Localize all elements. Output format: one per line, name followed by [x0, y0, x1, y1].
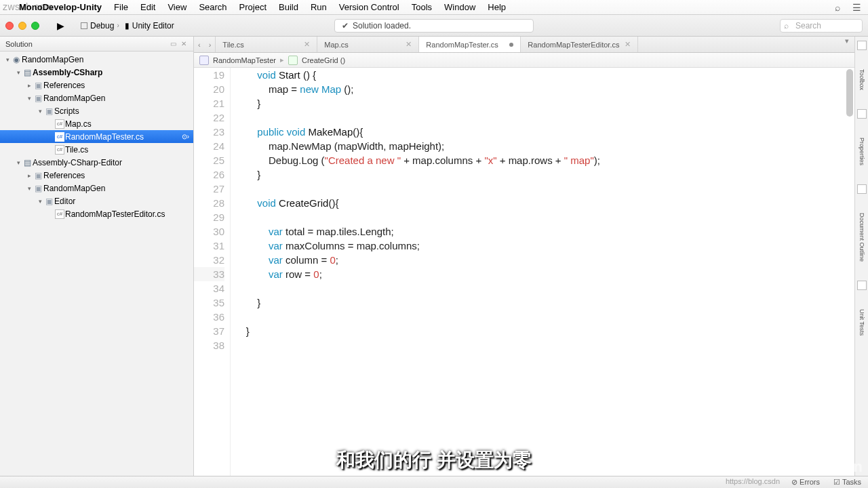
tree-item[interactable]: c#RandomMapTester.cs⊙›	[0, 130, 193, 143]
watermark-url: https://blog.csdn	[726, 477, 780, 485]
panel-controls[interactable]: ▭ ✕	[170, 40, 188, 47]
tasks-button[interactable]: ☑ Tasks	[833, 478, 861, 487]
debug-config[interactable]: Debug › ▮ Unity Editor	[75, 20, 180, 32]
rail-properties[interactable]: Properties	[859, 138, 865, 165]
tree-label: Editor	[54, 197, 75, 206]
tree-label: RandomMapGen	[43, 184, 105, 193]
menu-file[interactable]: File	[114, 2, 128, 12]
cs-icon: c#	[54, 132, 65, 142]
check-icon: ✔	[342, 21, 349, 30]
spotlight-icon[interactable]: ⌕	[835, 2, 840, 13]
rail-toolbox[interactable]: Toolbox	[859, 69, 865, 90]
tree-item[interactable]: ▾▤Assembly-CSharp-Editor	[0, 156, 193, 169]
status-pill: ✔ Solution loaded.	[334, 19, 534, 33]
rail-icon	[857, 184, 867, 194]
cs-icon: c#	[54, 119, 65, 129]
tree-label: Map.cs	[65, 119, 92, 129]
code-editor[interactable]: 1920212223242526272829303132333435363738…	[194, 68, 854, 476]
tree-label: RandomMapTesterEditor.cs	[65, 209, 165, 219]
close-icon[interactable]	[5, 22, 14, 30]
folder-icon: ▣	[33, 81, 43, 90]
project-icon: ▤	[22, 68, 33, 77]
rail-document-outline[interactable]: Document Outline	[859, 213, 865, 262]
minimize-icon[interactable]	[18, 22, 26, 30]
tree-label: Assembly-CSharp-Editor	[33, 158, 122, 167]
tree-label: Tile.cs	[65, 145, 88, 155]
menu-version-control[interactable]: Version Control	[339, 2, 399, 12]
tab-dropdown-icon[interactable]: ▾	[840, 37, 854, 52]
tree-label: Scripts	[54, 106, 79, 116]
tab[interactable]: Map.cs✕	[317, 37, 419, 52]
tab[interactable]: RandomMapTesterEditor.cs✕	[521, 37, 638, 52]
tree-label: References	[43, 171, 85, 180]
system-menubar: MonoDevelop-Unity FileEditViewSearchProj…	[0, 0, 868, 15]
menu-search[interactable]: Search	[199, 2, 226, 12]
class-icon	[199, 56, 209, 65]
tree-item[interactable]: ▸▣References	[0, 79, 193, 92]
cs-icon: c#	[54, 145, 65, 155]
menu-run[interactable]: Run	[311, 2, 327, 12]
tree-item[interactable]: ▾▣Scripts	[0, 104, 193, 117]
tree-item[interactable]: c#Tile.cs	[0, 143, 193, 156]
list-icon[interactable]: ☰	[852, 2, 861, 13]
menu-edit[interactable]: Edit	[140, 2, 155, 12]
menu-view[interactable]: View	[167, 2, 186, 12]
menu-window[interactable]: Window	[444, 2, 475, 12]
right-rail: ToolboxPropertiesDocument OutlineUnit Te…	[854, 37, 868, 476]
tab-bar: ‹› Tile.cs✕Map.cs✕RandomMapTester.csRand…	[194, 37, 854, 53]
solution-tree[interactable]: ▾◉RandomMapGen▾▤Assembly-CSharp▸▣Referen…	[0, 52, 193, 222]
menu-help[interactable]: Help	[488, 2, 506, 12]
project-icon: ▤	[22, 158, 33, 167]
window-controls[interactable]	[5, 22, 39, 30]
folder-icon: ▣	[33, 184, 43, 193]
solution-icon: ◉	[11, 55, 22, 64]
tree-item[interactable]: ▾◉RandomMapGen	[0, 53, 193, 66]
app-title: MonoDevelop-Unity	[19, 2, 102, 12]
folder-icon: ▣	[43, 197, 54, 206]
close-icon[interactable]: ✕	[406, 40, 412, 49]
menu-build[interactable]: Build	[279, 2, 298, 12]
tree-item[interactable]: c#RandomMapTesterEditor.cs	[0, 207, 193, 220]
rail-icon	[857, 109, 867, 119]
rail-unit-tests[interactable]: Unit Tests	[859, 309, 865, 336]
cs-icon: c#	[54, 209, 65, 219]
folder-icon: ▣	[33, 94, 43, 103]
tree-item[interactable]: ▾▣RandomMapGen	[0, 182, 193, 195]
rail-icon	[857, 41, 867, 50]
tab[interactable]: Tile.cs✕	[216, 37, 317, 52]
tab[interactable]: RandomMapTester.cs	[419, 37, 521, 52]
search-icon: ⌕	[784, 21, 789, 30]
breadcrumb[interactable]: RandomMapTester ▸ CreateGrid ()	[194, 53, 854, 68]
menu-project[interactable]: Project	[239, 2, 267, 12]
app-toolbar: ▶ Debug › ▮ Unity Editor ✔ Solution load…	[0, 15, 868, 37]
method-icon	[288, 56, 298, 65]
tree-label: RandomMapGen	[43, 94, 105, 103]
tree-item[interactable]: ▾▤Assembly-CSharp	[0, 66, 193, 79]
run-button[interactable]: ▶	[52, 19, 70, 33]
zoom-icon[interactable]	[31, 22, 39, 30]
errors-button[interactable]: ⊘ Errors	[791, 478, 820, 487]
folder-icon: ▣	[43, 106, 54, 116]
menu-tools[interactable]: Tools	[412, 2, 432, 12]
tree-label: RandomMapGen	[22, 55, 83, 64]
search-input[interactable]: ⌕ Search	[780, 19, 863, 33]
tree-label: RandomMapTester.cs	[65, 132, 144, 142]
tree-item[interactable]: ▾▣Editor	[0, 195, 193, 207]
close-icon[interactable]: ✕	[304, 40, 310, 49]
tree-label: Assembly-CSharp	[33, 68, 102, 77]
scrollbar[interactable]	[846, 69, 853, 117]
tree-label: References	[43, 81, 85, 90]
editor-area: ‹› Tile.cs✕Map.cs✕RandomMapTester.csRand…	[194, 37, 854, 476]
dirty-icon	[509, 43, 513, 47]
folder-icon: ▣	[33, 171, 43, 180]
rail-icon	[857, 281, 867, 290]
tree-item[interactable]: c#Map.cs	[0, 117, 193, 130]
nav-arrows[interactable]: ‹›	[194, 37, 216, 52]
tree-item[interactable]: ▾▣RandomMapGen	[0, 92, 193, 104]
solution-header: Solution ▭ ✕	[0, 37, 193, 52]
tree-item[interactable]: ▸▣References	[0, 169, 193, 182]
close-icon[interactable]: ✕	[625, 40, 631, 49]
solution-panel: Solution ▭ ✕ ▾◉RandomMapGen▾▤Assembly-CS…	[0, 37, 194, 476]
